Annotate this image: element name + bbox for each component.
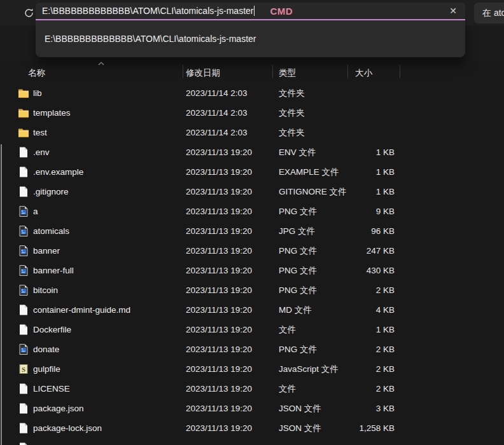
ime-composition-text: CMD — [270, 6, 293, 17]
file-size: 1,258 KB — [347, 423, 400, 433]
column-header-size[interactable]: 大小 — [355, 67, 372, 79]
file-type: 文件 — [272, 324, 347, 336]
file-name: LICENSE — [33, 384, 70, 394]
file-type: JSON 文件 — [272, 403, 347, 414]
address-path-text: E:\BBBBBBBBBBBBB\ATOM\CLI\atomicals-js-m… — [42, 6, 253, 16]
file-date: 2023/11/14 2:03 — [183, 128, 272, 137]
address-bar-input[interactable]: E:\BBBBBBBBBBBBB\ATOM\CLI\atomicals-js-m… — [36, 3, 465, 20]
file-date: 2023/11/13 19:20 — [183, 167, 272, 177]
file-row[interactable]: .env 2023/11/13 19:20 ENV 文件 1 KB — [0, 142, 504, 162]
file-row[interactable]: banner-full 2023/11/13 19:20 PNG 文件 430 … — [0, 261, 504, 280]
file-size: 2 KB — [347, 345, 400, 354]
file-type: PNG 文件 — [272, 285, 347, 296]
file-type: JSON 文件 — [272, 423, 347, 434]
file-size: 3 KB — [347, 404, 400, 413]
file-type: MD 文件 — [272, 305, 347, 316]
file-row[interactable]: lib 2023/11/14 2:03 文件夹 — [0, 83, 504, 103]
file-size: 1 KB — [347, 325, 400, 334]
file-size: 1 KB — [347, 167, 400, 177]
file-name: Dockerfile — [33, 325, 71, 334]
refresh-icon[interactable] — [22, 6, 35, 19]
file-type: PNG 文件 — [272, 344, 347, 355]
file-icon — [18, 383, 29, 394]
search-input[interactable]: 在 ato — [474, 3, 504, 24]
file-type: 文件 — [272, 383, 347, 395]
folder-icon — [18, 88, 29, 99]
path-suggestion-item[interactable]: E:\BBBBBBBBBBBBB\ATOM\CLI\atomicals-js-m… — [36, 20, 465, 57]
column-divider[interactable] — [272, 65, 273, 78]
column-header-date[interactable]: 修改日期 — [186, 67, 220, 79]
file-size: 96 KB — [347, 226, 400, 236]
file-row[interactable]: package-lock.json 2023/11/13 19:20 JSON … — [0, 418, 504, 438]
file-size: 1 KB — [347, 187, 400, 196]
column-divider[interactable] — [347, 65, 348, 78]
file-row[interactable]: donate 2023/11/13 19:20 PNG 文件 2 KB — [0, 339, 504, 359]
file-row[interactable]: LICENSE 2023/11/13 19:20 文件 2 KB — [0, 379, 504, 399]
file-type: 文件夹 — [272, 88, 347, 99]
chevron-up-icon[interactable] — [97, 61, 105, 66]
file-name: banner-full — [33, 266, 74, 275]
image-file-icon — [18, 226, 29, 236]
file-type: JavaScript 文件 — [272, 364, 347, 375]
file-row[interactable]: package.json 2023/11/13 19:20 JSON 文件 3 … — [0, 399, 504, 418]
file-type: 文件夹 — [272, 107, 347, 119]
file-name: templates — [33, 108, 71, 118]
close-icon[interactable]: ✕ — [446, 3, 460, 19]
file-date: 2023/11/13 19:20 — [183, 266, 272, 275]
file-row[interactable] — [0, 438, 504, 445]
file-row[interactable]: .env.example 2023/11/13 19:20 EXAMPLE 文件… — [0, 162, 504, 182]
file-name: .gitignore — [33, 187, 69, 196]
search-placeholder-text: 在 ato — [482, 8, 504, 19]
file-row[interactable]: container-dmint-guide.md 2023/11/13 19:2… — [0, 300, 504, 320]
image-file-icon — [18, 245, 29, 256]
file-date: 2023/11/13 19:20 — [183, 364, 272, 374]
file-size: 247 KB — [347, 246, 400, 256]
file-row[interactable]: test 2023/11/14 2:03 文件夹 — [0, 123, 504, 142]
file-date: 2023/11/13 19:20 — [183, 285, 272, 295]
file-type: PNG 文件 — [272, 206, 347, 217]
column-header-type[interactable]: 类型 — [279, 67, 296, 79]
file-type: PNG 文件 — [272, 245, 347, 257]
file-date: 2023/11/13 19:20 — [183, 147, 272, 157]
image-file-icon — [18, 265, 29, 276]
file-icon — [18, 167, 29, 177]
file-date: 2023/11/13 19:20 — [183, 246, 272, 256]
file-row[interactable]: banner 2023/11/13 19:20 PNG 文件 247 KB — [0, 241, 504, 261]
file-row[interactable]: atomicals 2023/11/13 19:20 JPG 文件 96 KB — [0, 221, 504, 241]
file-type: 文件夹 — [272, 127, 347, 139]
file-date: 2023/11/14 2:03 — [183, 108, 272, 118]
file-type: EXAMPLE 文件 — [272, 167, 347, 178]
file-date: 2023/11/14 2:03 — [183, 88, 272, 98]
file-icon — [18, 147, 29, 158]
folder-icon — [18, 127, 29, 138]
file-size: 2 KB — [347, 384, 400, 394]
image-file-icon — [18, 285, 29, 296]
file-icon — [18, 442, 29, 445]
file-row[interactable]: gulpfile 2023/11/13 19:20 JavaScript 文件 … — [0, 359, 504, 379]
file-name: container-dmint-guide.md — [33, 305, 130, 315]
file-name: test — [33, 128, 47, 137]
file-row[interactable]: Dockerfile 2023/11/13 19:20 文件 1 KB — [0, 320, 504, 339]
file-name: lib — [33, 88, 42, 98]
file-type: ENV 文件 — [272, 147, 347, 158]
column-divider[interactable] — [400, 65, 400, 78]
file-size: 430 KB — [347, 266, 400, 275]
file-row[interactable]: a 2023/11/13 19:20 PNG 文件 9 KB — [0, 202, 504, 221]
file-name: package.json — [33, 404, 84, 413]
file-icon — [18, 423, 29, 434]
file-name: .env — [33, 147, 50, 157]
file-row[interactable]: .gitignore 2023/11/13 19:20 GITIGNORE 文件… — [0, 182, 504, 202]
column-header-name[interactable]: 名称 — [28, 67, 45, 79]
image-file-icon — [18, 206, 29, 217]
file-name: gulpfile — [33, 364, 60, 374]
file-row[interactable]: templates 2023/11/14 2:03 文件夹 — [0, 103, 504, 123]
file-name: donate — [33, 345, 59, 354]
column-divider[interactable] — [183, 65, 183, 78]
folder-icon — [18, 107, 29, 118]
file-name: banner — [33, 246, 60, 256]
file-size: 1 KB — [347, 147, 400, 157]
file-name: atomicals — [33, 226, 69, 236]
file-icon — [18, 403, 29, 414]
file-list-pane: 名称 修改日期 类型 大小 lib 2023/11/14 2:03 文件夹 te… — [0, 61, 504, 445]
file-row[interactable]: bitcoin 2023/11/13 19:20 PNG 文件 2 KB — [0, 280, 504, 300]
